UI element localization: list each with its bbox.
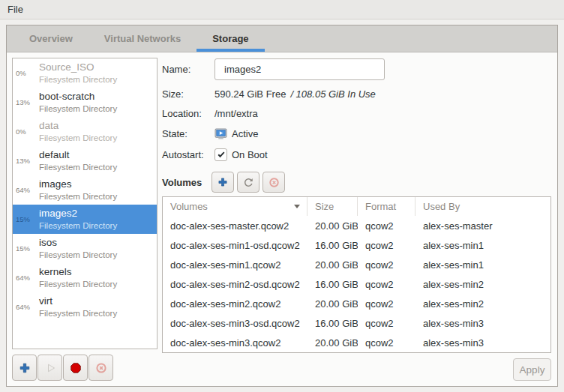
delete-icon <box>95 362 107 374</box>
pool-item-isos[interactable]: 15% isos Filesystem Directory <box>13 234 157 263</box>
volume-used-by-cell: alex-ses-master <box>416 216 550 235</box>
stop-record-icon <box>70 362 82 374</box>
volume-row[interactable]: doc-alex-ses-min2-osd.qcow2 16.00 GiB qc… <box>163 274 550 294</box>
pool-name: virt <box>39 295 52 307</box>
pool-item-default[interactable]: 13% default Filesystem Directory <box>13 146 157 175</box>
volume-row[interactable]: doc-alex-ses-min3-osd.qcow2 16.00 GiB qc… <box>163 313 550 333</box>
add-icon <box>218 177 228 187</box>
volume-name-cell: doc-alex-ses-min3.qcow2 <box>163 333 308 352</box>
pool-type: Filesystem Directory <box>39 133 117 142</box>
connection-details-notebook: Overview Virtual Networks Storage 0% Sou… <box>6 25 558 387</box>
pool-item-boot-scratch[interactable]: 13% boot-scratch Filesystem Directory <box>13 88 157 117</box>
pool-name: isos <box>39 237 57 248</box>
location-label: Location: <box>162 108 214 119</box>
vm-running-monitor-icon <box>214 127 227 140</box>
add-pool-button[interactable] <box>12 355 37 381</box>
table-empty-area <box>164 352 550 353</box>
volume-format-cell: qcow2 <box>358 333 416 352</box>
pool-type: Filesystem Directory <box>39 104 117 113</box>
delete-icon <box>268 177 280 188</box>
pool-type: Filesystem Directory <box>39 221 117 230</box>
pool-type: Filesystem Directory <box>39 75 117 84</box>
volume-size-cell: 20.00 GiB <box>308 255 358 274</box>
storage-pool-list: 0% Source_ISO Filesystem Directory 13% b… <box>12 58 158 349</box>
pool-item-kernels[interactable]: 64% kernels Filesystem Directory <box>13 263 157 292</box>
size-label: Size: <box>162 88 214 100</box>
pool-item-images2-selected[interactable]: 15% images2 Filesystem Directory <box>13 205 157 234</box>
pool-usage-percent: 64% <box>13 274 39 282</box>
pool-type: Filesystem Directory <box>39 250 117 259</box>
volume-size-cell: 20.00 GiB <box>308 216 358 235</box>
pool-name: Source_ISO <box>39 61 94 73</box>
volume-used-by-cell: alex-ses-min1 <box>416 235 550 255</box>
volume-used-by-cell: alex-ses-min3 <box>416 313 550 333</box>
volume-format-cell: qcow2 <box>358 235 416 255</box>
volume-row[interactable]: doc-alex-ses-min2.qcow2 20.00 GiB qcow2 … <box>163 294 550 313</box>
column-header-format[interactable]: Format <box>358 197 416 216</box>
sort-descending-arrow-icon <box>294 205 300 208</box>
volume-size-cell: 20.00 GiB <box>308 333 358 352</box>
pool-usage-percent: 15% <box>13 215 39 223</box>
volume-row[interactable]: doc-alex-ses-min1-osd.qcow2 16.00 GiB qc… <box>163 235 550 255</box>
delete-volume-button[interactable] <box>262 172 285 193</box>
volume-name-cell: doc-alex-ses-min3-osd.qcow2 <box>163 313 308 333</box>
autostart-checkbox[interactable] <box>214 148 227 161</box>
volume-format-cell: qcow2 <box>358 313 416 333</box>
volume-used-by-cell: alex-ses-min3 <box>416 333 550 352</box>
pool-item-virt[interactable]: 64% virt Filesystem Directory <box>13 292 157 322</box>
pool-name: boot-scratch <box>39 91 94 102</box>
volume-format-cell: qcow2 <box>358 294 416 313</box>
volume-row[interactable]: doc-alex-ses-master.qcow2 20.00 GiB qcow… <box>163 216 550 235</box>
volume-name-cell: doc-alex-ses-min1-osd.qcow2 <box>163 235 308 255</box>
name-label: Name: <box>162 64 214 75</box>
volume-name-cell: doc-alex-ses-min2.qcow2 <box>163 294 308 313</box>
volume-format-cell: qcow2 <box>358 216 416 235</box>
storage-tab-content: 0% Source_ISO Filesystem Directory 13% b… <box>7 52 557 386</box>
pool-usage-percent: 64% <box>13 186 39 194</box>
column-header-used-by[interactable]: Used By <box>416 197 550 216</box>
pool-usage-percent: 13% <box>13 157 39 165</box>
checkmark-icon <box>217 150 226 159</box>
pool-usage-percent: 0% <box>13 127 39 136</box>
tab-virtual-networks[interactable]: Virtual Networks <box>88 25 196 52</box>
tab-overview[interactable]: Overview <box>14 25 88 52</box>
volume-size-cell: 16.00 GiB <box>308 235 358 255</box>
menubar: File <box>0 0 564 19</box>
start-pool-button[interactable] <box>38 355 62 381</box>
pool-name-input[interactable] <box>214 58 385 80</box>
pool-name: data <box>39 120 58 131</box>
size-used-value: / 108.05 GiB In Use <box>290 88 375 100</box>
pool-item-source-iso[interactable]: 0% Source_ISO Filesystem Directory <box>13 58 157 88</box>
pool-item-data[interactable]: 0% data Filesystem Directory <box>13 117 157 146</box>
volume-size-cell: 20.00 GiB <box>308 294 358 313</box>
volume-used-by-cell: alex-ses-min1 <box>416 255 550 274</box>
pool-name: default <box>39 149 70 160</box>
tab-bar: Overview Virtual Networks Storage <box>7 25 557 52</box>
volumes-table-header: Volumes Size Format Used By <box>163 197 550 216</box>
pool-usage-percent: 0% <box>13 69 39 77</box>
volume-row[interactable]: doc-alex-ses-min1.qcow2 20.00 GiB qcow2 … <box>163 255 550 274</box>
pool-type: Filesystem Directory <box>39 192 117 201</box>
menu-file[interactable]: File <box>0 0 31 19</box>
add-volume-button[interactable] <box>212 172 234 193</box>
pool-type: Filesystem Directory <box>39 280 117 289</box>
volume-row[interactable]: doc-alex-ses-min3.qcow2 20.00 GiB qcow2 … <box>163 333 550 352</box>
stop-pool-button[interactable] <box>63 355 88 381</box>
pool-usage-percent: 13% <box>13 98 39 106</box>
pool-name: images2 <box>39 208 77 219</box>
pool-type: Filesystem Directory <box>39 163 117 172</box>
volume-name-cell: doc-alex-ses-min1.qcow2 <box>163 255 308 274</box>
volume-name-cell: doc-alex-ses-min2-osd.qcow2 <box>163 274 308 294</box>
column-header-volumes[interactable]: Volumes <box>163 197 308 216</box>
pool-name: kernels <box>39 266 72 277</box>
apply-button[interactable]: Apply <box>513 358 551 381</box>
delete-pool-button[interactable] <box>88 355 113 381</box>
tab-storage[interactable]: Storage <box>196 25 264 52</box>
column-header-size[interactable]: Size <box>308 197 358 216</box>
pool-name: images <box>39 178 72 190</box>
refresh-volumes-button[interactable] <box>237 172 260 193</box>
volume-used-by-cell: alex-ses-min2 <box>416 294 550 313</box>
pool-item-images[interactable]: 64% images Filesystem Directory <box>13 175 157 205</box>
size-free-value: 590.24 GiB Free <box>214 88 286 100</box>
volumes-section-label: Volumes <box>162 177 202 188</box>
